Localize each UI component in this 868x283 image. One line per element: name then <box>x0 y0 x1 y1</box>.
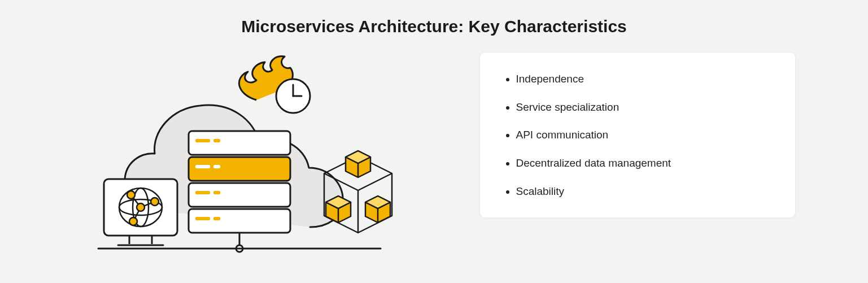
list-item: API communication <box>516 128 771 142</box>
svg-rect-7 <box>195 165 210 168</box>
svg-point-29 <box>151 198 159 206</box>
microservices-illustration <box>73 52 434 261</box>
list-item: Scalability <box>516 184 771 199</box>
content-row: Independence Service specialization API … <box>34 52 834 261</box>
page-title: Microservices Architecture: Key Characte… <box>241 17 627 36</box>
network-monitor-icon <box>104 179 177 245</box>
list-item: Decentralized data management <box>516 156 771 171</box>
svg-point-30 <box>137 203 145 211</box>
svg-point-31 <box>129 217 137 225</box>
svg-rect-6 <box>189 157 290 181</box>
svg-point-28 <box>127 191 135 199</box>
svg-rect-10 <box>195 191 210 194</box>
characteristics-list: Independence Service specialization API … <box>504 72 771 198</box>
characteristics-card: Independence Service specialization API … <box>479 52 796 218</box>
svg-rect-12 <box>189 209 290 233</box>
svg-rect-9 <box>189 183 290 207</box>
list-item: Independence <box>516 72 771 86</box>
flame-clock-icon <box>239 56 310 113</box>
svg-rect-4 <box>195 139 210 142</box>
svg-rect-14 <box>213 217 220 220</box>
svg-rect-11 <box>213 191 220 194</box>
svg-rect-3 <box>189 131 290 155</box>
svg-rect-13 <box>195 217 210 220</box>
list-item: Service specialization <box>516 100 771 115</box>
svg-rect-5 <box>213 139 220 142</box>
svg-rect-8 <box>213 165 220 168</box>
